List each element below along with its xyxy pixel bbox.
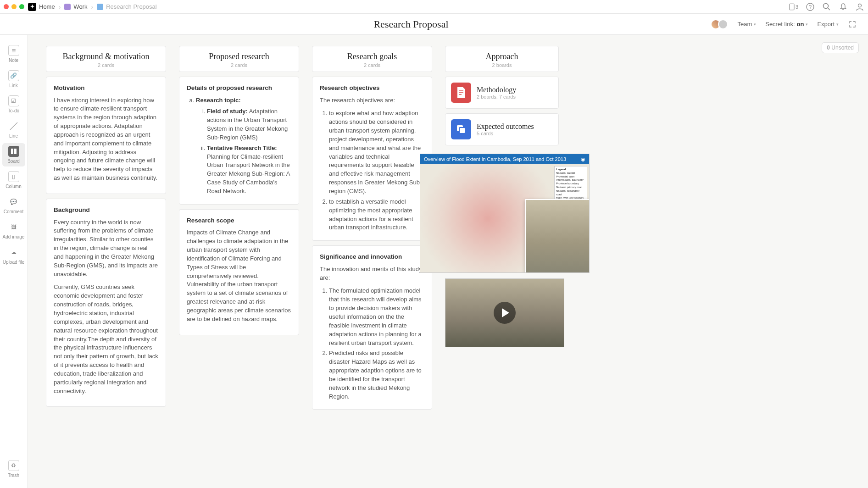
tool-note[interactable]: ≣Note	[2, 42, 25, 66]
tool-add-image[interactable]: 🖼Add image	[2, 219, 25, 242]
tool-label: Line	[9, 133, 18, 139]
tool-comment[interactable]: 💬Comment	[2, 194, 25, 217]
document-icon	[451, 83, 471, 103]
card-background[interactable]: Background Every country in the world is…	[46, 199, 166, 407]
card-significance[interactable]: Significance and innovation The innovati…	[312, 245, 432, 410]
board-subtitle: 2 boards, 7 cards	[477, 94, 516, 100]
column-header[interactable]: Background & motivation 2 cards	[46, 46, 166, 72]
tool-label: To-do	[8, 108, 19, 113]
card-details[interactable]: Details of proposed research Research to…	[179, 77, 299, 205]
image-icon: 🖼	[8, 222, 19, 233]
board-tool-icon	[8, 146, 19, 157]
list-label: Tentative Research Title:	[207, 144, 277, 151]
tool-todo[interactable]: ☑To-do	[2, 93, 25, 116]
board-icon	[97, 4, 103, 10]
avatar	[718, 19, 728, 29]
map-image[interactable]: Overview of Flood Extent in Cambodia, Se…	[420, 154, 590, 273]
column-title: Proposed research	[183, 52, 295, 61]
tool-upload-file[interactable]: ☁Upload file	[2, 244, 25, 267]
tool-label: Column	[6, 184, 21, 189]
maximize-window-icon[interactable]	[19, 4, 24, 9]
board-title: Expected outcomes	[477, 122, 534, 131]
tool-label: Note	[9, 58, 18, 63]
flood-photo[interactable]	[525, 199, 590, 273]
column-header[interactable]: Proposed research 2 cards	[179, 46, 299, 72]
list-label: Research topic:	[196, 97, 241, 104]
column-proposed-research: Proposed research 2 cards Details of pro…	[179, 46, 299, 335]
column-icon: ▯	[8, 171, 19, 182]
legend-item: National primary road	[556, 186, 582, 189]
breadcrumb-separator: ›	[91, 3, 93, 11]
video-thumbnail[interactable]	[445, 278, 564, 347]
tool-label: Comment	[4, 209, 23, 214]
card-heading: Research objectives	[320, 83, 424, 93]
tool-label: Add image	[3, 234, 25, 239]
unsorted-pill[interactable]: 0 Unsorted	[822, 42, 859, 53]
card-motivation[interactable]: Motivation I have strong interest in exp…	[46, 77, 166, 194]
export-dropdown[interactable]: Export▾	[817, 21, 839, 28]
minimize-window-icon[interactable]	[11, 4, 17, 9]
tool-link[interactable]: 🔗Link	[2, 67, 25, 91]
card-research-scope[interactable]: Research scope Impacts of Climate Change…	[179, 209, 299, 335]
secret-link-toggle[interactable]: Secret link: on ▾	[765, 21, 808, 28]
svg-rect-9	[14, 149, 17, 154]
column-header[interactable]: Approach 2 boards	[445, 46, 559, 72]
tool-label: Board	[7, 159, 20, 164]
team-dropdown[interactable]: Team▾	[737, 21, 756, 28]
column-research-goals: Research goals 2 cards Research objectiv…	[312, 46, 432, 410]
breadcrumb-work[interactable]: Work	[64, 3, 87, 10]
legend-item: Province boundary	[556, 182, 579, 185]
legend-item: International boundary	[556, 178, 584, 181]
board-title: Methodology	[477, 86, 516, 94]
svg-point-6	[858, 4, 862, 7]
bell-icon[interactable]	[839, 2, 848, 11]
list-item: Tentative Research Title: Planning for C…	[207, 144, 291, 196]
breadcrumb-work-label: Work	[73, 3, 87, 10]
tool-label: Upload file	[3, 260, 24, 265]
board-card-methodology[interactable]: Methodology 2 boards, 7 cards	[445, 77, 559, 109]
column-title: Research goals	[316, 52, 428, 61]
board-card-expected-outcomes[interactable]: Expected outcomes 5 cards	[445, 113, 559, 145]
card-heading: Background	[54, 205, 158, 215]
card-research-objectives[interactable]: Research objectives The research objecti…	[312, 77, 432, 241]
card-intro: The innovation and merits of this study …	[320, 265, 424, 283]
breadcrumb-home[interactable]: ✦ Home	[28, 3, 55, 11]
secret-link-label: Secret link:	[765, 21, 795, 28]
export-label: Export	[817, 21, 835, 28]
list-item: The formulated optimization model that t…	[329, 287, 424, 347]
list-item: to establish a versatile model optimizin…	[329, 198, 424, 232]
column-header[interactable]: Research goals 2 cards	[312, 46, 432, 72]
map-title: Overview of Flood Extent in Cambodia, Se…	[424, 156, 566, 162]
chevron-down-icon: ▾	[836, 22, 839, 27]
card-body: Impacts of Climate Change and challenges…	[187, 228, 291, 323]
expand-icon[interactable]	[848, 20, 857, 29]
breadcrumb-separator: ›	[59, 3, 61, 11]
svg-line-4	[828, 8, 830, 10]
column-subtitle: 2 cards	[316, 62, 428, 68]
devices-icon[interactable]: 3	[789, 2, 798, 11]
column-background-motivation: Background & motivation 2 cards Motivati…	[46, 46, 166, 407]
tool-line[interactable]: Line	[2, 118, 25, 141]
list-text: Planning for Climate-resilient Urban Tra…	[207, 153, 290, 194]
breadcrumb-current-label: Research Proposal	[106, 3, 157, 10]
breadcrumb-current[interactable]: Research Proposal	[97, 3, 157, 10]
card-heading: Motivation	[54, 83, 158, 93]
device-count: 3	[796, 4, 798, 10]
legend-title: Legend	[556, 168, 566, 171]
search-icon[interactable]	[822, 2, 831, 11]
card-heading: Research scope	[187, 216, 291, 225]
svg-rect-8	[11, 149, 13, 154]
tool-board[interactable]: Board	[2, 143, 25, 166]
tool-column[interactable]: ▯Column	[2, 168, 25, 192]
page-title: Research Proposal	[121, 18, 701, 30]
list-item: Field of study: Adaptation actions in th…	[207, 107, 291, 142]
close-window-icon[interactable]	[4, 4, 9, 9]
column-subtitle: 2 cards	[183, 62, 295, 68]
help-icon[interactable]: ?	[806, 2, 815, 11]
board-subtitle: 5 cards	[477, 131, 534, 136]
avatar-stack[interactable]	[711, 19, 728, 29]
breadcrumb-home-label: Home	[39, 3, 55, 10]
card-heading: Significance and innovation	[320, 252, 424, 261]
list-item: Predicted risks and possible disaster Ha…	[329, 349, 424, 401]
user-icon[interactable]	[855, 2, 864, 11]
